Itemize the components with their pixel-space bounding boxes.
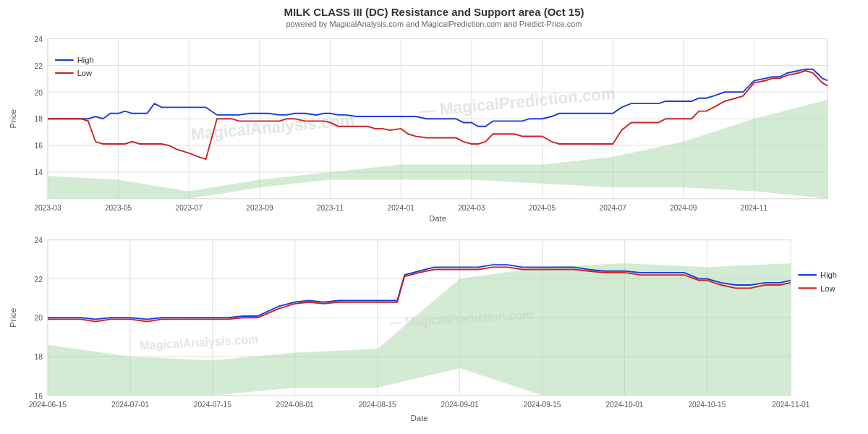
svg-text:2024-07-15: 2024-07-15 bbox=[194, 401, 231, 409]
svg-text:Low: Low bbox=[820, 284, 835, 292]
svg-text:2024-01: 2024-01 bbox=[388, 203, 415, 211]
svg-text:Price: Price bbox=[9, 109, 17, 128]
svg-text:Low: Low bbox=[77, 69, 93, 77]
svg-text:2023-07: 2023-07 bbox=[176, 203, 203, 211]
svg-text:Date: Date bbox=[429, 214, 446, 223]
svg-text:2024-07: 2024-07 bbox=[600, 203, 627, 211]
main-title: MILK CLASS III (DC) Resistance and Suppo… bbox=[0, 0, 868, 20]
svg-text:18: 18 bbox=[35, 353, 43, 361]
svg-text:2023-03: 2023-03 bbox=[34, 203, 61, 211]
svg-text:22: 22 bbox=[35, 61, 43, 69]
svg-text:16: 16 bbox=[35, 142, 43, 150]
page-container: MILK CLASS III (DC) Resistance and Suppo… bbox=[0, 0, 868, 434]
svg-text:2024-06-15: 2024-06-15 bbox=[29, 401, 67, 409]
svg-text:High: High bbox=[77, 56, 94, 64]
svg-text:2024-11-01: 2024-11-01 bbox=[772, 401, 809, 409]
svg-text:2024-10-01: 2024-10-01 bbox=[605, 401, 643, 409]
top-chart: MagicalAnalysis.com — MagicalPrediction.… bbox=[7, 31, 861, 229]
svg-text:22: 22 bbox=[35, 276, 43, 284]
svg-text:2023-05: 2023-05 bbox=[105, 203, 132, 211]
top-chart-svg: MagicalAnalysis.com — MagicalPrediction.… bbox=[7, 31, 861, 229]
svg-text:2024-08-15: 2024-08-15 bbox=[359, 401, 396, 409]
charts-container: MagicalAnalysis.com — MagicalPrediction.… bbox=[0, 31, 868, 434]
bottom-chart-svg: MagicalAnalysis.com — MagicalPrediction.… bbox=[7, 232, 861, 430]
svg-text:2023-11: 2023-11 bbox=[317, 203, 344, 211]
svg-text:2024-09: 2024-09 bbox=[670, 203, 697, 211]
svg-text:2024-09-15: 2024-09-15 bbox=[524, 401, 561, 409]
svg-text:2024-07-01: 2024-07-01 bbox=[111, 401, 149, 409]
svg-text:16: 16 bbox=[35, 392, 43, 400]
svg-text:14: 14 bbox=[35, 169, 43, 176]
svg-text:Date: Date bbox=[411, 414, 428, 422]
svg-text:20: 20 bbox=[35, 88, 43, 96]
svg-text:24: 24 bbox=[35, 237, 43, 244]
svg-text:20: 20 bbox=[35, 314, 43, 322]
svg-text:2024-09-01: 2024-09-01 bbox=[441, 401, 479, 409]
subtitle: powered by MagicalAnalysis.com and Magic… bbox=[0, 20, 868, 31]
svg-text:2023-09: 2023-09 bbox=[246, 203, 273, 211]
svg-text:2024-05: 2024-05 bbox=[529, 203, 556, 211]
svg-text:18: 18 bbox=[35, 115, 43, 123]
svg-text:2024-10-15: 2024-10-15 bbox=[688, 401, 726, 409]
svg-text:2024-03: 2024-03 bbox=[458, 203, 485, 211]
svg-text:High: High bbox=[820, 271, 837, 279]
svg-text:24: 24 bbox=[35, 35, 43, 43]
svg-text:Price: Price bbox=[9, 308, 17, 328]
bottom-chart: MagicalAnalysis.com — MagicalPrediction.… bbox=[7, 232, 861, 430]
svg-text:2024-08-01: 2024-08-01 bbox=[276, 401, 314, 409]
svg-text:2024-11: 2024-11 bbox=[741, 203, 768, 211]
